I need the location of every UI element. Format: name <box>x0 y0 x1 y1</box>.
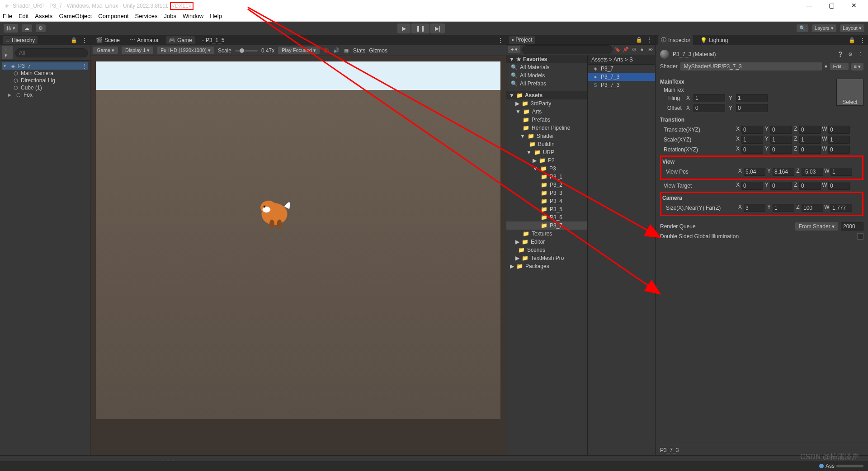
translate-z-input[interactable] <box>799 126 821 134</box>
translate-y-input[interactable] <box>770 126 792 134</box>
prefab-tab[interactable]: ▫P3_1_5 <box>199 36 227 44</box>
star-icon[interactable]: ★ <box>639 47 645 53</box>
menu-window[interactable]: Window <box>183 13 203 19</box>
tiling-x-input[interactable] <box>693 94 725 102</box>
folder-p3-3[interactable]: 📁P3_3 <box>506 189 587 197</box>
viewpos-y-input[interactable] <box>773 168 794 176</box>
asset-material[interactable]: ●P3_7_3 <box>588 73 655 81</box>
help-icon[interactable]: ❔ <box>837 51 844 57</box>
filter-icon[interactable]: 🔖 <box>614 47 621 53</box>
layers-dropdown[interactable]: Layers ▾ <box>812 24 836 32</box>
rotation-y-input[interactable] <box>770 146 792 154</box>
play-focused-dropdown[interactable]: Play Focused ▾ <box>278 47 320 54</box>
translate-w-input[interactable] <box>828 126 850 134</box>
menu-help[interactable]: Help <box>210 13 222 19</box>
context-menu-icon[interactable]: ⋮ <box>82 63 87 69</box>
menu-edit[interactable]: Edit <box>19 13 28 19</box>
translate-x-input[interactable] <box>741 126 763 134</box>
viewtarget-y-input[interactable] <box>770 182 792 190</box>
panel-lock-icon[interactable]: 🔒 <box>636 37 642 43</box>
folder-p3-5[interactable]: 📁P3_5 <box>506 205 587 213</box>
render-queue-dropdown[interactable]: From Shader ▾ <box>795 222 838 231</box>
shader-dropdown[interactable]: MyShader/URP/P3_7_3 <box>680 62 822 71</box>
scale-slider[interactable] <box>235 50 258 52</box>
maximize-button[interactable]: ▢ <box>821 2 842 9</box>
viewpos-w-input[interactable] <box>830 168 852 176</box>
hierarchy-tab[interactable]: ≣ Hierarchy <box>3 36 38 44</box>
menu-jobs[interactable]: Jobs <box>164 13 176 19</box>
grid-icon[interactable]: ▦ <box>343 47 349 54</box>
close-button[interactable]: ✕ <box>844 2 864 9</box>
fav-materials[interactable]: 🔍All Materials <box>506 63 587 71</box>
camera-y-input[interactable] <box>773 204 794 212</box>
shader-menu-icon[interactable]: ≡ ▾ <box>851 63 863 71</box>
animator-tab[interactable]: 〰Animator <box>127 36 161 44</box>
hierarchy-main-camera[interactable]: ⬡Main Camera <box>2 70 88 77</box>
hierarchy-directional-light[interactable]: ⬡Directional Lig <box>2 77 88 84</box>
favorites-header[interactable]: ▼★Favorites <box>506 55 587 63</box>
folder-textures[interactable]: 📁Textures <box>506 230 587 238</box>
project-search-input[interactable] <box>522 45 613 54</box>
search-icon[interactable]: 🔍 <box>797 24 808 32</box>
panel-lock-icon[interactable]: 🔒 <box>849 37 855 43</box>
mute-icon[interactable]: 🐞 <box>323 47 330 54</box>
scale-w-input[interactable] <box>828 136 850 144</box>
folder-arts[interactable]: ▼📁Arts <box>506 108 587 116</box>
game-tab[interactable]: 🎮Game <box>166 36 195 44</box>
asset-shader[interactable]: SP3_7_3 <box>588 81 655 89</box>
dsgi-checkbox[interactable] <box>857 233 863 240</box>
display-dropdown[interactable]: Display 1 ▾ <box>122 47 153 54</box>
panel-menu-icon[interactable]: ⋮ <box>82 37 87 43</box>
folder-scenes[interactable]: 📁Scenes <box>506 246 587 254</box>
folder-packages[interactable]: ▶📁Packages <box>506 262 587 270</box>
panel-lock-icon[interactable]: 🔒 <box>71 37 77 43</box>
texture-slot[interactable]: Select <box>836 79 863 106</box>
tiling-y-input[interactable] <box>736 94 768 102</box>
audio-icon[interactable]: 🔊 <box>333 47 340 54</box>
pause-button[interactable]: ❚❚ <box>411 24 429 33</box>
scene-tab[interactable]: 🎬Scene <box>93 36 123 44</box>
panel-menu-icon[interactable]: ⋮ <box>498 37 503 43</box>
folder-p3-1[interactable]: 📁P3_1 <box>506 173 587 181</box>
folder-3rdparty[interactable]: ▶📁3rdParty <box>506 99 587 108</box>
folder-p3-2[interactable]: 📁P3_2 <box>506 181 587 189</box>
pin-icon[interactable]: 📌 <box>623 47 629 53</box>
folder-p3[interactable]: ▼📁P3 <box>506 165 587 173</box>
folder-editor[interactable]: ▶📁Editor <box>506 238 587 246</box>
menu-assets[interactable]: Assets <box>35 13 52 19</box>
layout-dropdown[interactable]: Layout ▾ <box>840 24 864 32</box>
folder-urp[interactable]: ▼📁URP <box>506 148 587 156</box>
game-dropdown[interactable]: Game ▾ <box>93 47 118 54</box>
rotation-x-input[interactable] <box>741 146 763 154</box>
rotation-z-input[interactable] <box>799 146 821 154</box>
folder-p3-4[interactable]: 📁P3_4 <box>506 197 587 205</box>
visibility-icon[interactable]: ⊘ <box>631 47 637 53</box>
create-dropdown[interactable]: + ▾ <box>2 46 13 59</box>
create-dropdown[interactable]: + ▾ <box>508 46 520 53</box>
menu-icon[interactable]: ⋮ <box>857 51 863 57</box>
menu-file[interactable]: File <box>3 13 12 19</box>
settings-icon[interactable]: ⚙ <box>36 24 46 32</box>
folder-shader[interactable]: ▼📁Shader <box>506 132 587 140</box>
hidden-icon[interactable]: 👁 <box>647 47 653 53</box>
menu-services[interactable]: Services <box>135 13 158 19</box>
folder-buildin[interactable]: 📁BuildIn <box>506 140 587 148</box>
lighting-tab[interactable]: 💡Lighting <box>698 36 731 44</box>
offset-y-input[interactable] <box>736 104 768 112</box>
folder-render-pipeline[interactable]: 📁Render Pipeline <box>506 124 587 132</box>
account-dropdown[interactable]: 柿 ▾ <box>4 24 18 33</box>
viewtarget-x-input[interactable] <box>741 182 763 190</box>
folder-prefabs[interactable]: 📁Prefabs <box>506 116 587 124</box>
viewpos-z-input[interactable] <box>802 168 823 176</box>
folder-p2[interactable]: ▶📁P2 <box>506 156 587 165</box>
folder-p3-6[interactable]: 📁P3_6 <box>506 213 587 221</box>
step-button[interactable]: ▶| <box>430 24 445 33</box>
breadcrumb[interactable]: Assets > Arts > S <box>588 55 655 65</box>
scale-y-input[interactable] <box>770 136 792 144</box>
viewtarget-z-input[interactable] <box>799 182 821 190</box>
scene-root[interactable]: ▼◈ P3_7 ⋮ <box>2 62 88 70</box>
fav-models[interactable]: 🔍All Models <box>506 71 587 80</box>
panel-menu-icon[interactable]: ⋮ <box>860 37 865 43</box>
folder-textmeshpro[interactable]: ▶📁TextMesh Pro <box>506 254 587 262</box>
scale-z-input[interactable] <box>799 136 821 144</box>
